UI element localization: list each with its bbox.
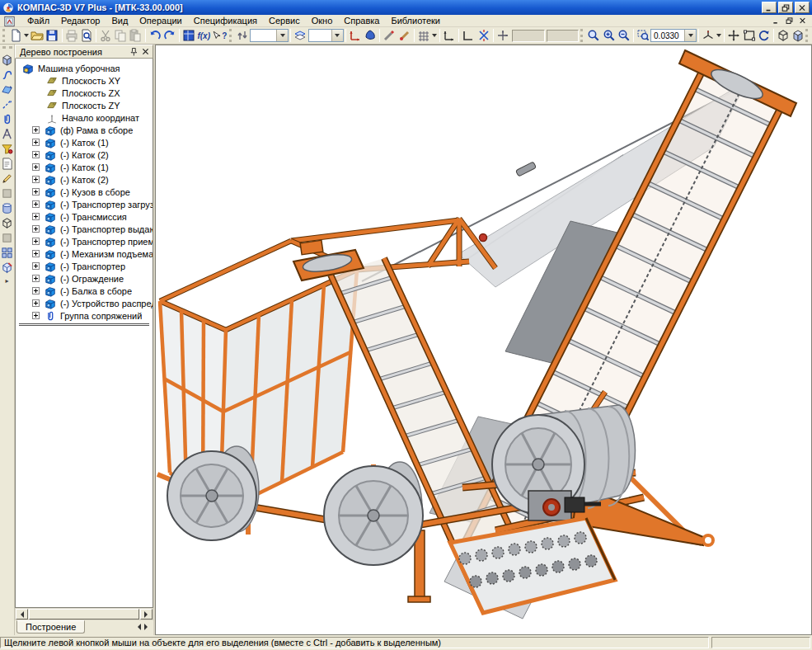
sketch-button[interactable] [0,171,14,186]
redo-button[interactable] [162,28,177,43]
undo-button[interactable] [148,28,162,43]
tree-item-origin[interactable]: Начало координат [16,111,153,124]
toolbar-grip[interactable] [229,29,233,42]
expand-icon[interactable] [32,225,40,233]
restore-button[interactable] [778,2,793,13]
tree-horizontal-scrollbar[interactable] [15,608,153,620]
context-help-button[interactable]: ? [211,28,228,43]
snap-angle-button[interactable] [397,28,412,43]
expand-icon[interactable] [32,299,40,307]
expand-icon[interactable] [32,238,40,245]
scrollbar-thumb[interactable] [29,609,139,619]
toolbar-grip[interactable] [2,29,7,42]
left-toolbar-grip[interactable] [2,46,12,50]
toolbar-grip[interactable] [805,29,810,42]
zoom-area-button[interactable] [636,28,650,43]
construction-axis-button[interactable] [0,97,14,111]
variables-button[interactable] [181,28,196,43]
toolbar-grip[interactable] [580,29,584,42]
tree-item-plane-zx[interactable]: Плоскость ZX [16,87,153,99]
menu-help[interactable]: Справка [338,15,385,26]
expand-icon[interactable] [32,250,40,257]
mdi-minimize-button[interactable] [770,16,782,26]
axes-button[interactable] [442,28,457,43]
menu-service[interactable]: Сервис [263,15,306,26]
surface-button[interactable] [0,82,14,97]
new-document-dropdown[interactable] [23,28,30,43]
expand-icon[interactable] [32,151,40,158]
tab-prev-icon[interactable] [135,621,143,633]
new-document-button[interactable] [8,28,23,43]
tree-item-loading-conveyor[interactable]: (-) Транспортер загрузочный [16,198,153,210]
filter-button[interactable] [0,141,14,156]
spline-button[interactable] [0,67,14,82]
menu-file[interactable]: Файл [21,15,55,26]
tree-item-transmission[interactable]: (-) Трансмиссия [16,210,153,223]
grid-dropdown[interactable] [431,28,438,43]
menu-window[interactable]: Окно [306,15,339,26]
orientation-button[interactable] [701,28,716,43]
model-3d-view[interactable] [156,45,811,634]
zoom-in-button[interactable] [601,28,616,43]
tree-item-distributor[interactable]: (-) Устройство распределителя [16,297,153,309]
extrude-button[interactable] [0,186,14,200]
snaps-button[interactable] [476,28,490,43]
tree-item-mates-group[interactable]: Группа сопряжений [16,309,153,322]
current-state-button[interactable] [235,28,250,43]
menu-specification[interactable]: Спецификация [188,15,263,26]
grid-button[interactable] [416,28,431,43]
cut-extrude-button[interactable] [0,215,14,230]
scroll-right-icon[interactable] [140,609,153,619]
print-preview-button[interactable] [79,28,94,43]
viewport-canvas[interactable] [155,45,812,635]
expand-icon[interactable] [32,262,40,270]
print-button[interactable] [64,28,79,43]
expand-icon[interactable] [32,176,40,183]
report-button[interactable] [0,156,14,171]
tree-item-conveyor[interactable]: (-) Транспортер [16,260,153,272]
tree-item-plane-xy[interactable]: Плоскость XY [16,74,153,87]
array-element-button[interactable] [0,230,14,245]
left-toolbar-expand-icon[interactable]: ▸ [5,277,8,285]
menu-operations[interactable]: Операции [134,15,187,26]
shell-feature-button[interactable] [0,260,14,275]
menu-view[interactable]: Вид [106,15,134,26]
expand-icon[interactable] [32,275,40,282]
paste-button[interactable] [128,28,143,43]
state-combo[interactable] [250,29,289,42]
copy-button[interactable] [113,28,128,43]
zoom-frame-button[interactable] [742,28,757,43]
display-shaded-button[interactable] [791,28,805,43]
edit-part-button[interactable] [0,52,14,67]
tree-item-roller-1[interactable]: (-) Каток (1) [16,136,153,148]
rotate-button[interactable] [757,28,772,43]
mdi-restore-button[interactable] [783,16,796,26]
tree-item-root[interactable]: Машина уборочная [16,62,153,74]
tree-item-plane-zy[interactable]: Плоскость ZY [16,99,153,111]
expand-icon[interactable] [32,163,40,171]
array-grid-button[interactable] [0,245,14,260]
orientation-dropdown[interactable] [716,28,722,43]
measure-button[interactable] [0,126,14,141]
expand-icon[interactable] [32,126,40,134]
mdi-close-button[interactable] [796,16,809,26]
document-icon[interactable] [3,16,16,26]
wheel-front-right[interactable] [324,462,423,565]
tree-item-beam-assembly[interactable]: (-) Балка в сборе [16,285,153,297]
tree-item-lift-mechanism[interactable]: (-) Механизм подъема [16,247,153,260]
expand-icon[interactable] [32,287,40,294]
expand-icon[interactable] [32,139,40,146]
tab-next-icon[interactable] [143,621,150,633]
close-button[interactable] [795,2,810,13]
open-button[interactable] [30,28,45,43]
tree-item-output-conveyor[interactable]: (-) Транспортер выдающий [16,223,153,235]
menu-libraries[interactable]: Библиотеки [385,15,446,26]
expand-icon[interactable] [32,312,40,319]
pin-icon[interactable] [128,46,139,57]
tree-item-roller-4[interactable]: (-) Каток (2) [16,173,153,186]
expand-icon[interactable] [32,188,40,195]
revolve-button[interactable] [0,200,14,215]
menu-edit[interactable]: Редактор [55,15,106,26]
coord-y-field[interactable] [512,30,545,42]
ortho-button[interactable] [461,28,476,43]
